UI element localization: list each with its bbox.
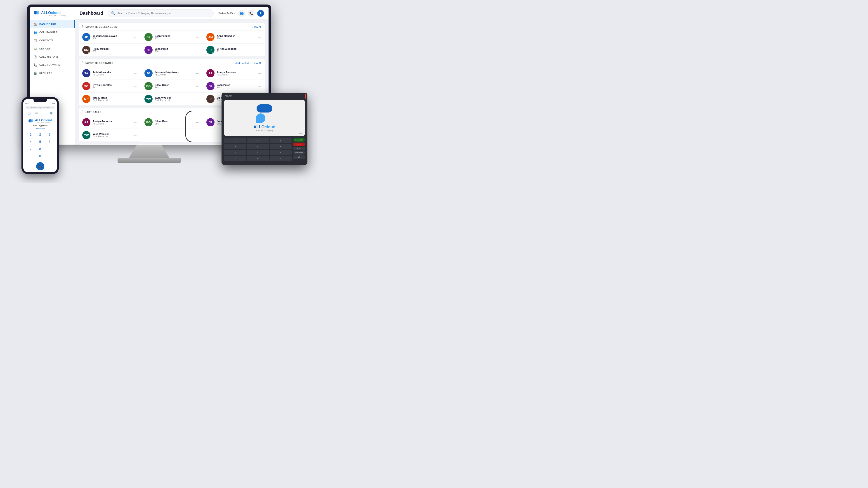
contacts-show-all-button[interactable]: Show All [252, 62, 261, 64]
desk-key-2[interactable]: 2 [247, 138, 269, 143]
avatar: JG [82, 33, 90, 41]
desk-key-8[interactable]: 8 [247, 150, 269, 155]
desk-key-6[interactable]: 6 [270, 144, 292, 149]
phone-logo: ALLOcloud a TELAVOX company [28, 118, 52, 124]
more-options-button[interactable]: ··· [196, 48, 199, 52]
dialpad-key-9[interactable]: 9 [46, 146, 53, 152]
colleagues-menu-icon[interactable] [82, 25, 83, 28]
more-options-button[interactable]: ··· [133, 97, 137, 101]
more-options-button[interactable]: ··· [196, 97, 199, 101]
list-item[interactable]: SP Sean Perkins 207 ··· [141, 31, 203, 43]
contact-info: Anaiya Andrews ALLOcloud [217, 71, 255, 76]
more-options-button[interactable]: ··· [258, 71, 261, 75]
desk-key-5[interactable]: 5 [247, 144, 269, 149]
more-options-button[interactable]: ··· [133, 71, 137, 75]
sidebar-item-call-forward[interactable]: 📞 CALL FORWARD [30, 61, 75, 69]
desk-key-9[interactable]: 9 [270, 150, 292, 155]
more-options-button[interactable]: ··· [196, 71, 199, 75]
dialpad-key-1[interactable]: 1 [28, 131, 34, 137]
desk-answer-button[interactable]: HEADSET [293, 138, 305, 142]
more-options-button[interactable]: ··· [196, 84, 199, 88]
desk-volume-button[interactable]: 🔊 [293, 156, 305, 159]
more-options-button[interactable]: ··· [133, 84, 137, 88]
devices-icon: 📊 [33, 47, 37, 51]
contacts-menu-icon[interactable] [82, 61, 83, 64]
more-options-button[interactable]: ··· [258, 35, 261, 39]
dialpad-key-8[interactable]: 8 [37, 146, 43, 152]
contact-info: Sean Perkins 207 [155, 35, 193, 40]
sidebar-item-send-fax[interactable]: 🖨️ SEND FAX [30, 69, 75, 77]
desk-transfer-button[interactable]: TRANSFER [293, 151, 305, 155]
list-item[interactable]: JP Joan Perez 210 ··· [141, 43, 203, 57]
contact-detail: Dark Force Ltd [93, 135, 131, 138]
list-item[interactable]: TA Todd Alexander ALLOcloud ··· [79, 67, 141, 80]
desk-key-7[interactable]: 7 [224, 150, 246, 155]
contact-info: Jacques Gripekoven 206 [93, 35, 131, 40]
phone-add-icon[interactable]: + [53, 107, 53, 108]
sidebar-item-colleagues[interactable]: 👥 COLLEAGUES [30, 28, 75, 36]
more-options-button[interactable]: ··· [258, 48, 261, 52]
sidebar-item-call-history[interactable]: 🕐 CALL HISTORY [30, 53, 75, 61]
desk-mute-button[interactable]: MUTE [293, 142, 305, 146]
more-options-button[interactable]: ··· [133, 120, 137, 125]
phone-search-bar[interactable]: 🔍 Search for people and places + [25, 106, 55, 109]
list-item[interactable]: BG Bilaal Green Enki ··· [141, 80, 203, 93]
more-options-button[interactable]: ··· [196, 35, 199, 39]
colleagues-show-all-button[interactable]: Show All [252, 26, 261, 28]
desk-key-3[interactable]: 3 [270, 138, 292, 143]
sidebar-item-dashboard[interactable]: 🏠 DASHBOARD [30, 20, 75, 28]
list-item[interactable]: AA Anaiya Andrews ALLOcloud ··· [203, 67, 265, 80]
phone-nav-settings[interactable]: ⚙️ [50, 111, 53, 115]
phone-logo-area: ALLOcloud a TELAVOX company Anna Deggelm… [23, 116, 57, 131]
desk-key-#[interactable]: # [270, 156, 292, 161]
desk-key-0[interactable]: 0 [247, 156, 269, 161]
dialpad-key-7[interactable]: 7 [28, 146, 34, 152]
sidebar-item-contacts[interactable]: 📋 CONTACTS [30, 36, 75, 44]
more-options-button[interactable]: ··· [258, 84, 261, 88]
list-item[interactable]: LX Li Ann Xiaodong 211 ··· [203, 43, 265, 57]
search-input[interactable] [117, 12, 210, 15]
list-item[interactable]: AM Anna Monadier 208 ··· [203, 31, 265, 43]
dialpad-key-2[interactable]: 2 [37, 131, 43, 137]
search-bar[interactable]: 🔍 [107, 9, 213, 17]
contact-info: Todd Alexander ALLOcloud [93, 71, 131, 76]
desk-key-1[interactable]: 1 [224, 138, 246, 143]
dialpad-key-5[interactable]: 5 [37, 139, 43, 144]
desk-hold-button[interactable]: HOLD [293, 147, 305, 150]
list-item[interactable]: MR Macey Rose Dark Force Ltd ··· [79, 93, 141, 105]
contacts-icon: 📋 [33, 39, 37, 42]
team-icon-button[interactable]: 👥 [238, 10, 245, 17]
dialpad-key-4[interactable]: 4 [28, 139, 34, 144]
desk-key-4[interactable]: 4 [224, 144, 246, 149]
dialpad-key-3[interactable]: 3 [46, 131, 53, 137]
list-item[interactable]: SG Sylvia Gonzales Enki ··· [79, 80, 141, 93]
list-item[interactable]: YW Yash Wheeler Dark Force Ltd ··· [141, 93, 203, 105]
list-item[interactable]: YW Yash Wheeler Dark Force Ltd ··· [79, 129, 141, 142]
desk-key-*[interactable]: * [224, 156, 246, 161]
user-avatar-button[interactable]: A [257, 10, 264, 17]
phone-nav-contacts[interactable]: ☰ [43, 111, 45, 115]
list-item[interactable]: RM Ricky Metzger 209 ··· [79, 43, 141, 57]
device-selector[interactable]: Yealink T48G ▾ [218, 12, 236, 15]
contact-detail: Dark Force Ltd [93, 99, 131, 102]
phone-nav-recents[interactable]: 🕐 [27, 111, 31, 115]
more-options-button[interactable]: ··· [133, 35, 137, 39]
desk-bubble1 [256, 104, 272, 112]
list-item[interactable]: AA Anaiya Andrews ALLOcloud ··· [79, 116, 141, 129]
dialpad-key-6[interactable]: 6 [46, 139, 53, 144]
phone-nav-dialpad[interactable]: ⌨️ [35, 111, 38, 115]
more-options-button[interactable]: ··· [133, 133, 137, 137]
dialpad-key-0[interactable]: 0 [37, 153, 43, 159]
phone-show-details-link[interactable]: Show details [36, 127, 45, 129]
sidebar-item-colleagues-label: COLLEAGUES [39, 31, 57, 34]
more-options-button[interactable]: ··· [133, 48, 137, 52]
phone-icon-button[interactable]: 📞 [248, 10, 254, 17]
list-item[interactable]: JG Jacques Gripekoven 206 ··· [79, 31, 141, 43]
list-item[interactable]: JG Jacques Gripekoven ALLOcloud ··· [141, 67, 203, 80]
add-contact-button[interactable]: + Add Contact [233, 62, 249, 64]
phone-call-button[interactable]: 📞 [36, 162, 44, 170]
contact-name: Yash Wheeler [93, 133, 131, 135]
last-calls-menu-icon[interactable] [82, 110, 83, 113]
sidebar-item-devices[interactable]: 📊 DEVICES [30, 44, 75, 53]
contact-name: Anna Monadier [217, 35, 255, 37]
